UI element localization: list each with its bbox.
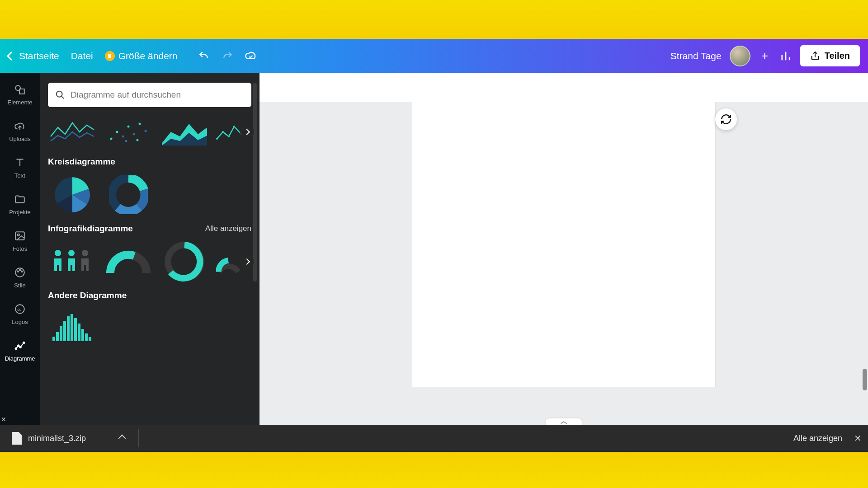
download-file-name: minimalist_3.zip xyxy=(28,434,86,443)
svg-point-28 xyxy=(228,136,230,137)
svg-point-23 xyxy=(137,139,139,141)
resize-menu[interactable]: ♛ Größe ändern xyxy=(105,51,178,61)
svg-rect-47 xyxy=(89,337,91,341)
add-collaborator-button[interactable]: + xyxy=(759,50,771,62)
svg-point-3 xyxy=(18,234,19,236)
chart-thumb-gauge[interactable] xyxy=(216,241,241,282)
row-next-info[interactable] xyxy=(240,254,254,269)
rail-elements[interactable]: Elemente xyxy=(0,75,40,110)
cat-title-other: Andere Diagramme xyxy=(48,291,127,300)
chart-thumb-radial[interactable] xyxy=(160,241,209,282)
chevron-left-icon xyxy=(7,52,16,61)
svg-point-14 xyxy=(57,91,62,97)
see-all-infographic[interactable]: Alle anzeigen xyxy=(205,224,251,233)
chart-row-line xyxy=(48,115,251,149)
svg-rect-2 xyxy=(15,232,24,239)
rail-logos[interactable]: co. Logos xyxy=(0,295,40,330)
svg-point-34 xyxy=(68,250,75,256)
share-label: Teilen xyxy=(825,51,850,61)
search-wrap xyxy=(48,83,251,107)
chart-row-pie xyxy=(48,174,251,216)
cat-header-other: Andere Diagramme xyxy=(48,291,251,300)
svg-rect-38 xyxy=(56,332,59,341)
rail-elements-label: Elemente xyxy=(8,99,33,106)
shapes-icon xyxy=(13,83,27,96)
svg-point-13 xyxy=(23,342,24,343)
svg-point-21 xyxy=(145,130,147,132)
download-item[interactable]: minimalist_3.zip xyxy=(6,428,130,448)
rail-close-button[interactable]: ✕ xyxy=(0,415,8,424)
rail-photos[interactable]: Fotos xyxy=(0,222,40,257)
canvas-context-toolbar xyxy=(259,73,868,102)
file-icon xyxy=(12,432,22,445)
chart-search-input[interactable] xyxy=(71,90,244,100)
app-body: Elemente Uploads Text Projekte xyxy=(0,73,868,452)
left-rail: Elemente Uploads Text Projekte xyxy=(0,73,40,452)
svg-point-33 xyxy=(55,250,61,256)
svg-rect-44 xyxy=(78,324,80,341)
svg-rect-42 xyxy=(71,314,73,341)
svg-rect-40 xyxy=(63,321,66,341)
rail-projects[interactable]: Projekte xyxy=(0,185,40,220)
rail-uploads[interactable]: Uploads xyxy=(0,112,40,147)
panel-scrollbar[interactable] xyxy=(253,83,257,282)
chart-thumb-semicircle[interactable] xyxy=(104,241,153,282)
palette-icon xyxy=(13,266,27,279)
canvas-vertical-scrollbar-thumb[interactable] xyxy=(863,369,867,390)
chart-thumb-donut[interactable] xyxy=(104,174,153,216)
document-title[interactable]: Strand Tage xyxy=(670,51,722,61)
svg-point-22 xyxy=(125,140,127,142)
topbar-left-group: Startseite Datei ♛ Größe ändern xyxy=(8,50,257,62)
chart-thumb-area[interactable] xyxy=(160,115,209,149)
cat-header-info: Infografikdiagramme Alle anzeigen xyxy=(48,224,251,234)
svg-rect-43 xyxy=(74,318,77,341)
chart-thumb-scatter[interactable] xyxy=(104,115,153,149)
refresh-button[interactable] xyxy=(715,108,737,130)
rail-photos-label: Fotos xyxy=(13,245,28,252)
svg-rect-46 xyxy=(85,333,88,341)
cloud-sync-icon[interactable] xyxy=(245,50,257,62)
share-button[interactable]: Teilen xyxy=(800,45,860,66)
svg-rect-41 xyxy=(67,316,70,341)
file-menu[interactable]: Datei xyxy=(71,51,93,61)
search-icon xyxy=(55,90,65,100)
undo-button[interactable] xyxy=(198,50,210,62)
home-label: Startseite xyxy=(19,51,59,61)
svg-point-12 xyxy=(19,347,21,348)
home-button[interactable]: Startseite xyxy=(8,51,59,61)
topbar-right-group: Strand Tage + Teilen xyxy=(670,45,860,66)
chart-thumb-line[interactable] xyxy=(48,115,97,149)
cat-header-pie: Kreisdiagramme xyxy=(48,157,251,167)
design-page[interactable] xyxy=(412,102,715,387)
download-close-button[interactable]: ✕ xyxy=(854,433,862,444)
category-infographic: Infografikdiagramme Alle anzeigen xyxy=(48,224,251,282)
canvas-stage[interactable] xyxy=(259,102,868,427)
canvas-vertical-scrollbar-track xyxy=(863,102,867,398)
charts-icon xyxy=(13,339,27,352)
app-window: Startseite Datei ♛ Größe ändern Strand T xyxy=(0,39,868,452)
rail-text[interactable]: Text xyxy=(0,149,40,183)
chart-thumb-pie[interactable] xyxy=(48,174,97,216)
download-bar-right: Alle anzeigen ✕ xyxy=(793,433,862,444)
browser-theme-top xyxy=(0,0,868,39)
chevron-up-icon xyxy=(118,435,126,442)
rail-styles-label: Stile xyxy=(14,282,25,289)
rail-projects-label: Projekte xyxy=(9,209,31,216)
svg-point-15 xyxy=(110,138,113,140)
chart-thumb-sparkline[interactable] xyxy=(216,115,243,149)
rail-styles[interactable]: Stile xyxy=(0,258,40,293)
chart-thumb-pictogram[interactable] xyxy=(48,241,97,282)
chart-thumb-histogram[interactable] xyxy=(48,308,97,347)
row-next-line[interactable] xyxy=(240,125,254,139)
user-avatar[interactable] xyxy=(730,46,750,66)
resize-label: Größe ändern xyxy=(118,51,178,61)
insights-button[interactable] xyxy=(779,50,792,62)
rail-charts[interactable]: Diagramme xyxy=(0,332,40,366)
download-show-all[interactable]: Alle anzeigen xyxy=(793,434,842,443)
browser-theme-bottom xyxy=(0,452,868,488)
redo-button[interactable] xyxy=(221,50,234,62)
svg-point-7 xyxy=(21,271,23,272)
svg-point-17 xyxy=(122,136,124,138)
download-bar: minimalist_3.zip Alle anzeigen ✕ xyxy=(0,425,868,452)
cloud-upload-icon xyxy=(13,119,27,133)
